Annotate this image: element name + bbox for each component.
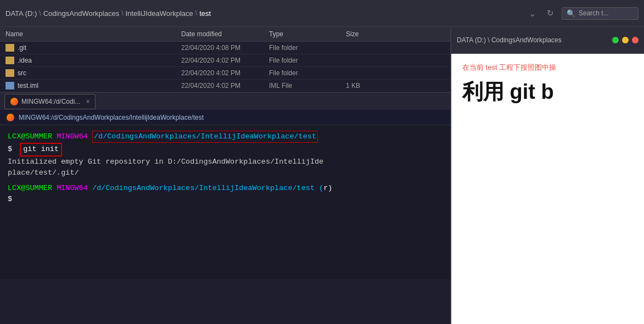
file-size: 1 KB <box>340 82 384 90</box>
file-name: .idea <box>18 57 32 64</box>
file-type: IML File <box>264 82 340 90</box>
file-date: 22/04/2020 4:02 PM <box>176 57 264 64</box>
terminal-title: MINGW64:/d/CodingsAndWorkplaces/Intellij… <box>19 114 204 121</box>
file-name: test.iml <box>18 82 38 90</box>
file-type: File folder <box>264 69 340 77</box>
terminal-line: LCX@SUMMER MINGW64 /d/CodingsAndWorkplac… <box>8 131 443 143</box>
term-user: LCX@SUMMER <box>8 131 52 142</box>
terminal-line: place/test/.git/ <box>8 167 443 178</box>
tab-label: MINGW64:/d/Codi... <box>21 98 80 105</box>
file-date: 22/04/2020 4:02 PM <box>176 82 264 90</box>
path-sep-2: \ <box>121 9 123 17</box>
file-name-cell: src <box>0 69 176 77</box>
file-type: File folder <box>264 57 340 64</box>
file-name: src <box>18 69 26 77</box>
traffic-green <box>612 37 619 43</box>
file-type: File folder <box>264 44 340 52</box>
term-dollar: $ <box>8 144 12 155</box>
traffic-lights <box>612 37 639 43</box>
path-part-2: CodingsAndWorkplaces <box>43 9 120 18</box>
path-part-4: test <box>199 9 211 18</box>
file-list: .git 22/04/2020 4:08 PM File folder .ide… <box>0 42 450 92</box>
article-panel: DATA (D:) \ CodingsAndWorkplaces 在当前 tes… <box>450 27 644 324</box>
terminal-brand-icon <box>7 114 14 121</box>
path-sep-3: \ <box>195 9 197 17</box>
col-header-name: Name <box>0 29 176 39</box>
search-placeholder: Search t... <box>579 9 609 17</box>
term-command: git init <box>20 143 62 156</box>
article-content: 在当前 test 工程下按照图中操 利用 git b <box>451 54 644 324</box>
file-date: 22/04/2020 4:02 PM <box>176 69 264 77</box>
term-app: MINGW64 <box>57 183 88 194</box>
table-row[interactable]: src 22/04/2020 4:02 PM File folder <box>0 67 450 80</box>
close-icon[interactable]: × <box>86 98 89 105</box>
terminal-line: $ <box>8 194 443 205</box>
term-dollar: $ <box>8 194 12 205</box>
file-name-cell: .idea <box>0 57 176 64</box>
file-explorer-panel: Name Date modified Type Size .git 22/04/… <box>0 27 450 324</box>
article-path: DATA (D:) \ CodingsAndWorkplaces <box>457 36 562 44</box>
terminal-section: MINGW64:/d/Codi... × MINGW64:/d/CodingsA… <box>0 92 450 279</box>
article-heading: 利用 git b <box>462 78 633 106</box>
breadcrumb: DATA (D:) \ CodingsAndWorkplaces \ Intel… <box>5 9 525 18</box>
article-subtitle: 在当前 test 工程下按照图中操 <box>462 63 633 72</box>
file-name: .git <box>18 44 26 52</box>
search-bar[interactable]: 🔍 Search t... <box>562 7 639 20</box>
path-sep-1: \ <box>39 9 41 17</box>
refresh-button[interactable]: ↻ <box>544 7 557 19</box>
main-area: Name Date modified Type Size .git 22/04/… <box>0 27 644 324</box>
file-list-header: Name Date modified Type Size <box>0 27 450 42</box>
file-date: 22/04/2020 4:08 PM <box>176 44 264 52</box>
terminal-tab[interactable]: MINGW64:/d/Codi... × <box>4 94 96 109</box>
term-output: Initialized empty Git repository in D:/C… <box>8 157 323 167</box>
file-icon <box>5 82 14 90</box>
table-row[interactable]: test.iml 22/04/2020 4:02 PM IML File 1 K… <box>0 80 450 92</box>
terminal-tab-bar: MINGW64:/d/Codi... × <box>0 92 450 110</box>
traffic-red <box>632 37 639 43</box>
path-part-3: IntelliJIdeaWorkplace <box>125 9 193 18</box>
folder-icon <box>5 57 14 64</box>
col-header-date: Date modified <box>176 29 264 39</box>
table-row[interactable]: .idea 22/04/2020 4:02 PM File folder <box>0 54 450 67</box>
path-part-1: DATA (D:) <box>5 9 37 18</box>
terminal-body: LCX@SUMMER MINGW64 /d/CodingsAndWorkplac… <box>0 125 450 279</box>
search-icon: 🔍 <box>567 9 575 18</box>
bar-controls: ⌄ ↻ 🔍 Search t... <box>525 7 639 20</box>
chevron-down-button[interactable]: ⌄ <box>525 7 539 20</box>
article-topbar: DATA (D:) \ CodingsAndWorkplaces <box>451 27 644 54</box>
terminal-line: LCX@SUMMER MINGW64 /d/CodingsAndWorkplac… <box>8 183 443 194</box>
table-row[interactable]: .git 22/04/2020 4:08 PM File folder <box>0 42 450 54</box>
file-explorer-bar: DATA (D:) \ CodingsAndWorkplaces \ Intel… <box>0 0 644 27</box>
term-extra: r) <box>323 183 332 194</box>
file-name-cell: .git <box>0 44 176 52</box>
terminal-line: $ git init <box>8 143 443 156</box>
file-name-cell: test.iml <box>0 82 176 90</box>
term-path: /d/CodingsAndWorkplaces/IntellijIdeaWork… <box>92 131 318 143</box>
folder-icon <box>5 44 14 52</box>
terminal-line <box>8 178 443 183</box>
col-header-size: Size <box>340 29 384 39</box>
terminal-titlebar: MINGW64:/d/CodingsAndWorkplaces/Intellij… <box>0 110 450 125</box>
terminal-line: Initialized empty Git repository in D:/C… <box>8 157 443 167</box>
term-user: LCX@SUMMER <box>8 183 52 194</box>
col-header-type: Type <box>264 29 340 39</box>
term-path: /d/CodingsAndWorkplaces/IntellijIdeaWork… <box>92 183 323 194</box>
traffic-yellow <box>622 37 629 43</box>
term-output: place/test/.git/ <box>8 167 79 178</box>
tab-icon <box>10 98 18 105</box>
folder-icon <box>5 69 14 77</box>
term-app: MINGW64 <box>57 131 88 142</box>
